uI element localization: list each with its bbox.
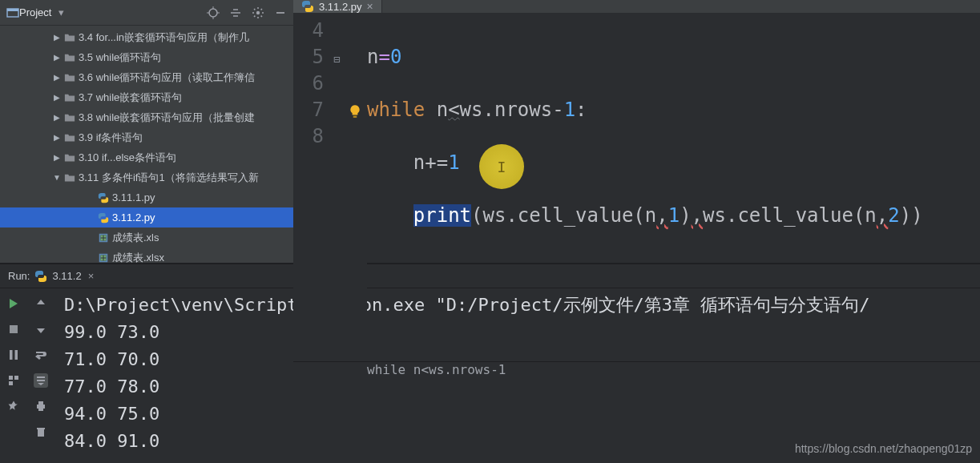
tree-folder[interactable]: ▶3.5 while循环语句 — [0, 47, 293, 67]
collapse-icon[interactable] — [229, 6, 242, 19]
svg-rect-34 — [38, 409, 43, 411]
project-sidebar: Project ▾ ▶3.4 for...in嵌套循环语句应用（制作几▶3.5 … — [0, 0, 293, 263]
svg-rect-14 — [101, 235, 103, 237]
minimize-icon[interactable] — [274, 6, 287, 19]
up-icon[interactable] — [34, 296, 48, 311]
svg-rect-20 — [101, 255, 103, 257]
soft-wrap-icon[interactable] — [34, 348, 48, 362]
arrow-icon[interactable]: ▼ — [51, 173, 63, 182]
stop-icon[interactable] — [6, 322, 21, 336]
fold-icon[interactable]: ⊟ — [333, 46, 340, 73]
tree-file[interactable]: 3.11.2.py — [0, 207, 293, 227]
svg-rect-28 — [15, 350, 18, 360]
pin-icon[interactable] — [6, 399, 21, 413]
lightbulb-icon[interactable] — [348, 99, 362, 114]
close-icon[interactable]: × — [88, 270, 95, 282]
sidebar-header: Project ▾ — [0, 0, 293, 26]
trash-icon[interactable] — [34, 425, 48, 439]
dropdown-icon[interactable]: ▾ — [54, 6, 67, 19]
arrow-icon[interactable]: ▶ — [51, 93, 63, 102]
tree-label: 3.11.1.py — [111, 191, 155, 203]
tab-label: 3.11.2.py — [319, 1, 362, 13]
tree-folder[interactable]: ▼3.11 多条件if语句1（将筛选结果写入新 — [0, 167, 293, 187]
tree-label: 3.5 while循环语句 — [77, 50, 161, 65]
svg-marker-25 — [10, 299, 18, 308]
sidebar-title[interactable]: Project — [19, 6, 51, 18]
svg-point-2 — [209, 9, 217, 17]
svg-rect-27 — [10, 350, 13, 360]
tree-label: 3.9 if条件语句 — [77, 131, 143, 145]
tree-folder[interactable]: ▶3.4 for...in嵌套循环语句应用（制作几 — [0, 27, 293, 47]
python-icon — [96, 212, 111, 223]
svg-rect-23 — [103, 258, 106, 260]
project-tree[interactable]: ▶3.4 for...in嵌套循环语句应用（制作几▶3.5 while循环语句▶… — [0, 26, 293, 263]
arrow-icon[interactable]: ▶ — [51, 53, 63, 62]
svg-rect-22 — [101, 258, 103, 260]
arrow-icon[interactable]: ▶ — [51, 113, 63, 122]
tree-folder[interactable]: ▶3.10 if...else条件语句 — [0, 147, 293, 167]
down-icon[interactable] — [34, 322, 48, 336]
folder-icon — [63, 52, 77, 63]
tree-label: 3.8 while嵌套循环语句应用（批量创建 — [77, 111, 255, 125]
close-icon[interactable]: × — [367, 0, 373, 13]
svg-rect-36 — [37, 428, 45, 429]
arrow-icon[interactable]: ▶ — [51, 153, 63, 162]
locate-icon[interactable] — [207, 6, 220, 19]
tree-label: 3.6 while循环语句应用（读取工作簿信 — [77, 70, 255, 85]
svg-rect-21 — [103, 255, 106, 257]
svg-rect-32 — [37, 405, 45, 409]
gutter: ⊟ — [332, 13, 367, 361]
tree-folder[interactable]: ▶3.8 while嵌套循环语句应用（批量创建 — [0, 107, 293, 127]
svg-rect-1 — [7, 9, 18, 11]
folder-icon — [63, 132, 77, 143]
tree-label: 3.4 for...in嵌套循环语句应用（制作几 — [77, 30, 249, 45]
arrow-icon[interactable]: ▶ — [51, 33, 63, 42]
tree-file[interactable]: 成绩表.xlsx — [0, 248, 293, 263]
tree-folder[interactable]: ▶3.9 if条件语句 — [0, 127, 293, 147]
run-config[interactable]: 3.11.2 — [52, 270, 81, 282]
svg-point-10 — [256, 10, 260, 14]
folder-icon — [63, 72, 77, 83]
tree-label: 3.11 多条件if语句1（将筛选结果写入新 — [77, 171, 259, 185]
tree-folder[interactable]: ▶3.7 while嵌套循环语句 — [0, 87, 293, 107]
svg-rect-31 — [9, 381, 13, 385]
tree-label: 3.11.2.py — [111, 211, 155, 223]
line-numbers: 45678 — [293, 13, 332, 361]
svg-rect-15 — [103, 235, 106, 237]
svg-rect-26 — [10, 325, 18, 333]
folder-icon — [63, 112, 77, 123]
rerun-icon[interactable] — [6, 296, 21, 311]
print-icon[interactable] — [34, 399, 48, 413]
run-label: Run: — [8, 270, 30, 282]
tab-file[interactable]: 3.11.2.py × — [293, 0, 382, 13]
editor[interactable]: 45678 ⊟ n=0 while n<ws.nrows-1: n+=1 pri… — [293, 13, 980, 361]
project-icon — [6, 6, 19, 19]
tree-file[interactable]: 3.11.1.py — [0, 187, 293, 207]
arrow-icon[interactable]: ▶ — [51, 133, 63, 142]
folder-icon — [63, 172, 77, 183]
folder-icon — [63, 32, 77, 43]
layout-icon[interactable] — [6, 373, 21, 388]
svg-rect-30 — [14, 376, 18, 380]
svg-rect-33 — [38, 401, 43, 405]
folder-icon — [63, 92, 77, 103]
xls-icon — [96, 252, 111, 264]
watermark: https://blog.csdn.net/zhaopeng01zp — [795, 442, 972, 455]
python-icon — [301, 0, 314, 13]
tree-label: 3.7 while嵌套循环语句 — [77, 91, 182, 105]
scroll-end-icon[interactable] — [34, 373, 48, 388]
tree-file[interactable]: 成绩表.xls — [0, 227, 293, 248]
settings-icon[interactable] — [252, 6, 264, 19]
arrow-icon[interactable]: ▶ — [51, 73, 63, 82]
tree-label: 成绩表.xls — [111, 231, 159, 245]
svg-rect-17 — [103, 238, 106, 240]
xls-icon — [96, 232, 111, 244]
svg-rect-16 — [101, 238, 103, 240]
tree-folder[interactable]: ▶3.6 while循环语句应用（读取工作簿信 — [0, 67, 293, 87]
code-content[interactable]: n=0 while n<ws.nrows-1: n+=1 print(ws.ce… — [367, 13, 980, 361]
python-icon — [96, 192, 111, 203]
cursor-highlight: I — [479, 144, 524, 189]
pause-icon[interactable] — [6, 348, 21, 362]
editor-tabs: 3.11.2.py × — [293, 0, 980, 13]
svg-rect-35 — [38, 429, 44, 437]
